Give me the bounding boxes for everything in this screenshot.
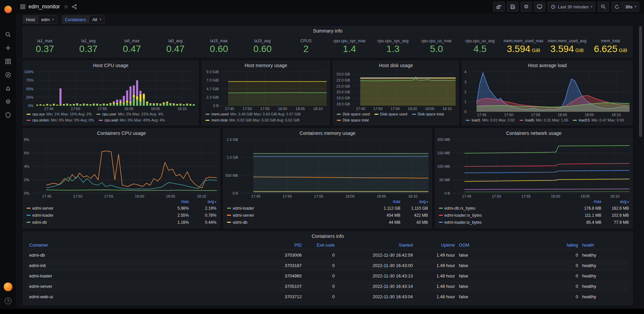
chart-canvas[interactable]: 0 B50 MB100 MB150 MB200 MB17:4517:5017:5… xyxy=(435,138,632,199)
svg-text:18:05: 18:05 xyxy=(296,107,305,111)
chart-canvas[interactable]: 0123417:4517:5017:5518:0018:0518:10 xyxy=(462,70,632,117)
legend-sort-avg[interactable]: avg ▾ xyxy=(401,199,428,204)
host-cpu-chart[interactable]: 0%25%50%75%100%17:4517:5017:5518:0018:05… xyxy=(23,70,198,111)
table-row-edmi-web-ui[interactable]: edmi-web-ui370371202022-11-30 16:43:041.… xyxy=(27,292,628,302)
legend-item-cpu.user[interactable]: cpu.userMin: 2% Max: 22% Avg: 4% xyxy=(96,112,163,117)
refresh-button[interactable] xyxy=(611,2,623,12)
chart-canvas[interactable]: 0 B500 MB1.0 GB1.5 GB17:4517:5017:5518:0… xyxy=(224,138,431,199)
svg-text:17:45: 17:45 xyxy=(462,194,471,198)
legend-row-edmi-db[interactable]: edmi-db1.16%0.44% xyxy=(27,219,216,226)
user-avatar[interactable] xyxy=(4,282,12,291)
containers-cpu-chart[interactable]: 0%2%4%6%8%17:4517:5017:5518:0018:0518:10 xyxy=(23,138,220,199)
legend-row-edmi-db.rx_bytes[interactable]: edmi-db.rx_bytes176.8 MB162.6 MB xyxy=(439,205,629,212)
legend-item-cpu.wait[interactable]: cpu.waitMin: 0% Max: 49% Avg: 4% xyxy=(99,118,165,123)
legend-item-cpu.sys[interactable]: cpu.sysMin: 1% Max: 16% Avg: 2% xyxy=(27,112,92,117)
legend-sort-avg[interactable]: avg ▾ xyxy=(189,199,216,204)
table-row-edmi-loader[interactable]: edmi-loader370496502022-11-30 16:43:131.… xyxy=(27,271,628,281)
share-icon[interactable] xyxy=(72,4,77,9)
time-range-picker[interactable]: Last 30 minutes ▾ xyxy=(548,2,595,12)
chart-canvas[interactable]: 0 B2.3 GiB4.7 GiB7.0 GiB9.3 GiB17:4517:5… xyxy=(202,70,329,111)
legend-sort-max[interactable]: max xyxy=(161,199,189,204)
legend-row-edmi-server[interactable]: edmi-server5.98%2.19% xyxy=(27,205,216,212)
legend-sort-max[interactable]: max xyxy=(574,199,601,204)
legend-item-mem.total[interactable]: mem.totalMin: 6.62 GiB Max: 6.62 GiB Avg… xyxy=(205,118,300,123)
svg-text:7.0 GiB: 7.0 GiB xyxy=(206,78,219,82)
column-header-OOM[interactable]: OOM xyxy=(457,243,493,248)
column-header-failing[interactable]: failing xyxy=(493,243,580,248)
legend-row-edmi-loader.rx_bytes[interactable]: edmi-loader.rx_bytes111.1 MB102.6 MB xyxy=(439,212,629,219)
svg-text:18:10: 18:10 xyxy=(408,194,418,198)
dashboard-title[interactable]: edm_monitor xyxy=(29,4,60,10)
legend-row-edmi-loader[interactable]: edmi-loader1.112 GB1.110 GB xyxy=(227,205,428,212)
column-header-Exit code[interactable]: Exit code xyxy=(304,243,336,248)
panel-title[interactable]: Host memory usage xyxy=(202,61,329,70)
svg-text:1.5 GB: 1.5 GB xyxy=(227,138,238,142)
legend-item-Disk space total[interactable]: Disk space total xyxy=(412,112,444,117)
legend-row-edmi-loader.tx_bytes[interactable]: edmi-loader.tx_bytes85.4 MB77.9 MB xyxy=(439,219,629,226)
host-disk-chart[interactable]: 18.0 GB19.0 GB20.0 GB21.0 GB22.0 GB23.0 … xyxy=(333,70,458,111)
svg-text:3: 3 xyxy=(464,80,466,84)
column-header-PID[interactable]: PID xyxy=(268,243,304,248)
variable-host-dropdown[interactable]: edm ▾ xyxy=(38,15,57,24)
legend-row-edmi-loader[interactable]: edmi-loader2.55%0.78% xyxy=(27,212,216,219)
svg-text:19.0 GB: 19.0 GB xyxy=(336,96,350,100)
panel-title[interactable]: Containers network usage xyxy=(435,129,632,138)
variable-containers-dropdown[interactable]: All ▾ xyxy=(89,15,104,24)
host-load-chart[interactable]: 0123417:4517:5017:5518:0018:0518:10 xyxy=(462,70,632,117)
panel-title[interactable]: Containers memory usage xyxy=(224,129,431,138)
table-row-edmi-init[interactable]: edmi-init370318702022-11-30 16:43:001.49… xyxy=(27,260,628,271)
chevron-down-icon: ▾ xyxy=(99,18,101,21)
legend-item-Disk space total[interactable]: Disk space total xyxy=(337,118,369,123)
svg-text:18:05: 18:05 xyxy=(166,194,175,198)
save-dashboard-button[interactable] xyxy=(507,2,518,12)
chart-canvas[interactable]: 0%25%50%75%100%17:4517:5017:5518:0018:05… xyxy=(23,70,198,111)
containers-network-chart[interactable]: 0 B50 MB100 MB150 MB200 MB17:4517:5017:5… xyxy=(435,138,632,199)
server-admin-shield-icon[interactable] xyxy=(3,110,13,120)
add-panel-button[interactable] xyxy=(493,2,505,12)
legend-item-cpu.stolen[interactable]: cpu.stolenMin: 0% Max: 0% Avg: 0% xyxy=(27,118,94,123)
legend-item-load5[interactable]: load5Min: 0.31 Max: 1.65 xyxy=(519,118,568,123)
zoom-out-time-button[interactable] xyxy=(598,2,609,12)
legend-row-edmi-server[interactable]: edmi-server454 MB422 MB xyxy=(227,212,428,219)
panel-title[interactable]: Containers info xyxy=(23,232,632,241)
column-header-Started[interactable]: Started xyxy=(337,243,415,248)
column-header-health[interactable]: health xyxy=(580,243,628,248)
legend-sort-avg[interactable]: avg ▾ xyxy=(601,199,629,204)
svg-text:18.0 GB: 18.0 GB xyxy=(336,102,350,106)
panel-title[interactable]: Summary info xyxy=(23,27,632,35)
favorite-star-icon[interactable]: ☆ xyxy=(63,4,68,9)
panel-title[interactable]: Containers CPU usage xyxy=(23,129,220,138)
legend-item-load15[interactable]: load15Min: 0.47 Max: 0.93 xyxy=(573,118,624,123)
top-nav-bar: edm_monitor ☆ ⚙ xyxy=(16,0,644,13)
host-memory-chart[interactable]: 0 B2.3 GiB4.7 GiB7.0 GiB9.3 GiB17:4517:5… xyxy=(202,70,329,111)
configuration-gear-icon[interactable]: ⚙ xyxy=(3,97,13,107)
legend-sort-max[interactable]: max xyxy=(373,199,401,204)
alerting-bell-icon[interactable] xyxy=(3,83,13,93)
panel-title[interactable]: Host disk usage xyxy=(333,61,458,70)
legend-item-Disk space used[interactable]: Disk space used xyxy=(337,112,370,117)
chart-canvas[interactable]: 18.0 GB19.0 GB20.0 GB21.0 GB22.0 GB23.0 … xyxy=(333,70,458,111)
create-plus-icon[interactable] xyxy=(3,43,13,53)
dashboard-settings-button[interactable]: ⚙ xyxy=(521,2,532,12)
help-icon[interactable]: ? xyxy=(3,296,13,306)
panel-title[interactable]: Host CPU usage xyxy=(23,61,198,70)
search-icon[interactable] xyxy=(3,30,13,40)
dashboards-icon[interactable] xyxy=(3,56,13,66)
legend-row-edmi-db[interactable]: edmi-db44 MB43 MB xyxy=(227,219,428,226)
legend-item-mem.used[interactable]: mem.usedMin: 3.49 GiB Max: 3.60 GiB Avg:… xyxy=(205,112,301,117)
scrollbar-thumb[interactable] xyxy=(639,26,642,137)
legend-item-load1[interactable]: load1Min: 0.01 Max: 3.92 xyxy=(466,118,515,123)
column-header-Container[interactable]: Container xyxy=(27,243,268,248)
table-row-edmi-db[interactable]: edmi-db370300602022-11-30 16:42:591.49 h… xyxy=(27,250,628,260)
svg-text:18:05: 18:05 xyxy=(585,113,594,117)
containers-memory-chart[interactable]: 0 B500 MB1.0 GB1.5 GB17:4517:5017:5518:0… xyxy=(224,138,431,199)
column-header-Uptime[interactable]: Uptime xyxy=(415,243,457,248)
cycle-view-button[interactable] xyxy=(534,2,545,12)
refresh-interval-dropdown[interactable]: 30s ▾ xyxy=(622,2,639,12)
legend-item-Disk space used[interactable]: Disk space used xyxy=(374,112,407,117)
panel-title[interactable]: Host average load xyxy=(462,61,632,70)
chart-canvas[interactable]: 0%2%4%6%8%17:4517:5017:5518:0018:0518:10 xyxy=(23,138,220,199)
grafana-logo-icon[interactable] xyxy=(3,4,13,14)
explore-compass-icon[interactable] xyxy=(3,70,13,80)
table-row-edmi-server[interactable]: edmi-server370510702022-11-30 16:43:141.… xyxy=(27,281,628,292)
